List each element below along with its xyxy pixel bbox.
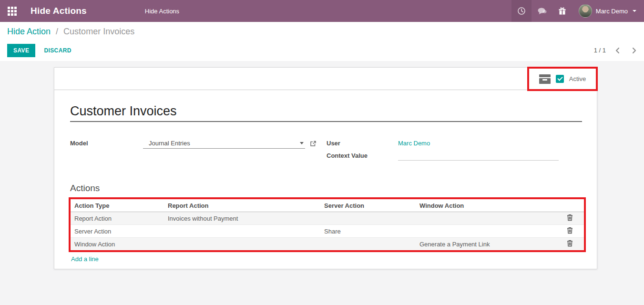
gift-button[interactable]	[552, 0, 572, 22]
header-action-type: Action Type	[71, 199, 164, 212]
user-menu[interactable]: Marc Demo	[572, 0, 644, 22]
clock-icon	[517, 7, 526, 15]
actions-table-header-row: Action Type Report Action Server Action …	[71, 199, 584, 212]
context-field-label: Context Value	[327, 151, 398, 159]
gift-icon	[558, 7, 566, 15]
table-row[interactable]: Window Action Generate a Payment Link	[71, 238, 584, 251]
record-title-field[interactable]: Customer Invoices	[70, 104, 582, 122]
header-window-action: Window Action	[416, 199, 554, 212]
actions-table: Action Type Report Action Server Action …	[71, 199, 584, 250]
form-card: Active Customer Invoices Model Journal E…	[54, 67, 597, 269]
pager: 1 / 1	[594, 44, 639, 57]
user-name: Marc Demo	[596, 8, 628, 15]
actions-section-title: Actions	[70, 183, 581, 193]
user-field-label: User	[327, 138, 398, 147]
delete-row-button[interactable]	[562, 227, 578, 235]
cell-action-type[interactable]: Server Action	[71, 225, 164, 238]
form-status-bar: Active	[54, 68, 597, 90]
cell-server-action[interactable]	[320, 212, 416, 225]
delete-row-button[interactable]	[562, 214, 578, 223]
cell-report-action[interactable]: Invoices without Payment	[164, 212, 320, 225]
control-panel: Hide Action / Customer Invoices SAVE DIS…	[0, 22, 644, 61]
apps-grid-icon	[8, 7, 17, 16]
user-field-row: User Marc Demo	[327, 138, 581, 150]
model-field-row: Model Journal Entries	[70, 138, 327, 150]
cell-server-action[interactable]: Share	[320, 225, 416, 238]
app-title[interactable]: Hide Actions	[31, 6, 87, 16]
save-button[interactable]: SAVE	[7, 44, 35, 57]
context-field-row: Context Value	[327, 151, 581, 162]
header-trash-column	[554, 199, 584, 212]
header-report-action: Report Action	[164, 199, 320, 212]
active-annotation-box: Active	[527, 67, 598, 91]
cell-window-action[interactable]	[416, 212, 554, 225]
fields-left-column: Model Journal Entries	[70, 138, 327, 163]
chevron-down-icon	[633, 10, 636, 12]
model-input[interactable]: Journal Entries	[143, 138, 305, 149]
table-row[interactable]: Report Action Invoices without Payment	[71, 212, 584, 225]
cell-action-type[interactable]: Window Action	[71, 238, 164, 251]
pager-previous-button[interactable]	[613, 47, 623, 54]
cell-action-type[interactable]: Report Action	[71, 212, 164, 225]
actions-table-annotation-box: Action Type Report Action Server Action …	[69, 197, 586, 252]
nav-menu-hide-actions[interactable]: Hide Actions	[145, 8, 179, 15]
delete-row-button[interactable]	[562, 240, 578, 248]
avatar	[579, 4, 592, 18]
archive-icon	[539, 74, 551, 84]
external-link-icon[interactable]	[309, 140, 317, 147]
user-value-link[interactable]: Marc Demo	[398, 138, 430, 147]
messages-button[interactable]	[532, 0, 552, 22]
cell-server-action[interactable]	[320, 238, 416, 251]
discard-button[interactable]: DISCARD	[41, 44, 74, 57]
model-value[interactable]: Journal Entries	[144, 140, 300, 147]
navbar: Hide Actions Hide Actions Marc Demo	[0, 0, 644, 22]
form-sheet: Customer Invoices Model Journal Entries	[54, 104, 597, 263]
header-server-action: Server Action	[320, 199, 416, 212]
fields-grid: Model Journal Entries User Mar	[70, 138, 581, 163]
breadcrumb: Hide Action / Customer Invoices	[7, 27, 134, 37]
cell-window-action[interactable]	[416, 225, 554, 238]
fields-right-column: User Marc Demo Context Value	[327, 138, 581, 163]
apps-menu-button[interactable]	[0, 0, 24, 22]
cell-report-action[interactable]	[164, 238, 320, 251]
breadcrumb-separator: /	[56, 27, 58, 36]
cell-report-action[interactable]	[164, 225, 320, 238]
add-a-line-link[interactable]: Add a line	[71, 255, 99, 263]
active-checkbox-label: Active	[569, 75, 586, 82]
chat-icon	[537, 7, 547, 15]
pager-next-button[interactable]	[629, 47, 639, 54]
navbar-right: Marc Demo	[511, 0, 644, 22]
context-value-input[interactable]	[398, 151, 559, 161]
model-m2o-widget: Journal Entries	[143, 138, 317, 149]
button-row: SAVE DISCARD	[7, 44, 74, 57]
cell-window-action[interactable]: Generate a Payment Link	[416, 238, 554, 251]
record-title[interactable]: Customer Invoices	[70, 104, 582, 119]
breadcrumb-current: Customer Invoices	[63, 27, 134, 36]
breadcrumb-parent-link[interactable]: Hide Action	[7, 27, 51, 36]
model-dropdown-caret-icon[interactable]	[300, 142, 304, 144]
model-field-label: Model	[70, 138, 143, 147]
activities-button[interactable]	[511, 0, 532, 22]
active-checkbox[interactable]	[556, 75, 564, 83]
pager-value: 1 / 1	[594, 47, 606, 54]
table-row[interactable]: Server Action Share	[71, 225, 584, 238]
